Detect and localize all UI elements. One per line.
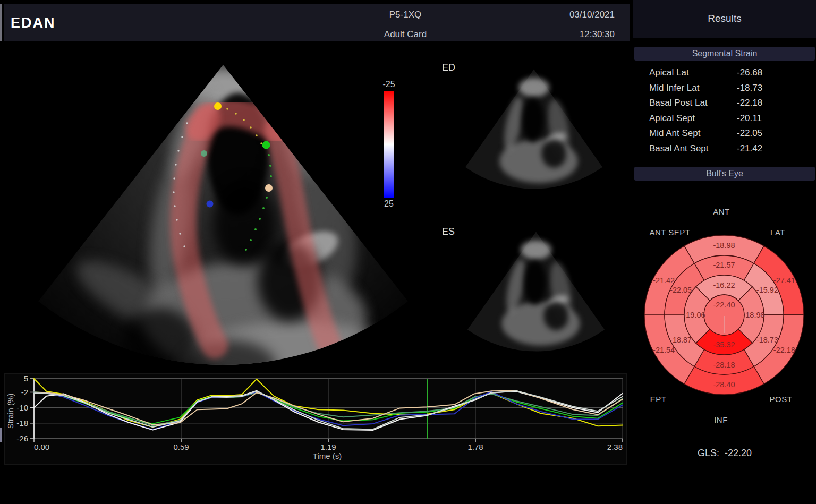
tracking-point-seagreen[interactable] <box>201 150 207 157</box>
colorbar-min-label: 25 <box>372 199 406 209</box>
strain-table-row: Basal Post Lat-22.18 <box>633 96 816 111</box>
exam-date: 03/10/2021 <box>508 10 615 20</box>
strain-table-row: Mid Infer Lat-18.73 <box>633 81 816 96</box>
bullseye-segment-value: -18.87 <box>670 336 692 344</box>
strain-table-row: Apical Lat-26.68 <box>633 65 816 81</box>
gls-result: GLS:-22.20 <box>633 448 816 459</box>
bullseye-segment-value: -18.73 <box>756 336 778 344</box>
bullseye-segment-value: -28.40 <box>713 380 735 389</box>
bulls-eye-header: Bull's Eye <box>634 167 815 181</box>
ed-frame-label: ED <box>442 62 455 73</box>
ed-thumbnail[interactable] <box>462 59 606 199</box>
chart-y-tick-label: -26 <box>16 434 28 443</box>
strain-colorbar <box>384 91 394 198</box>
bullseye-segment-value: -35.32 <box>713 340 735 349</box>
colorbar-max-label: -25 <box>372 80 406 89</box>
chart-y-tick-label: -10 <box>16 403 28 412</box>
chart-x-tick-label: 0.00 <box>34 442 49 451</box>
bullseye-segment-value: -16.22 <box>713 281 735 289</box>
probe-label: P5-1XQ <box>302 10 509 20</box>
bullseye-segment-value: -21.42 <box>653 276 675 285</box>
exam-time: 12:30:30 <box>508 29 615 40</box>
strain-segment-label: Basal Post Lat <box>649 98 708 108</box>
chart-y-tick-label: 5 <box>24 374 28 383</box>
segmental-strain-table: Apical Lat-26.68Mid Infer Lat-18.73Basal… <box>633 65 816 156</box>
chart-y-tick-label: -2 <box>21 388 28 397</box>
top-bar: EDAN P5-1XQ Adult Card 03/10/2021 12:30:… <box>4 4 630 41</box>
strain-segment-label: Apical Sept <box>649 113 695 124</box>
bullseye-segment-value: -22.18 <box>774 346 795 354</box>
strain-segment-value: -21.42 <box>737 143 762 154</box>
results-title: Results <box>633 13 816 24</box>
edan-logo: EDAN <box>11 15 56 31</box>
segmental-strain-header: Segmental Strain <box>634 47 815 61</box>
screen: EDAN P5-1XQ Adult Card 03/10/2021 12:30:… <box>0 0 816 504</box>
chart-x-axis-label: Time (s) <box>313 451 342 460</box>
tracking-point-blue[interactable] <box>207 201 214 208</box>
bullseye-segment-value: -21.57 <box>713 261 735 269</box>
strain-segment-label: Mid Ant Sept <box>649 128 700 139</box>
bullseye-segment-value: -22.05 <box>670 286 692 294</box>
strain-segment-label: Mid Infer Lat <box>649 83 700 93</box>
region-label-inf: INF <box>692 415 750 424</box>
chart-x-tick-label: 0.59 <box>173 442 189 451</box>
scrollbar-fragment <box>0 428 2 442</box>
strain-table-row: Basal Ant Sept-21.42 <box>633 141 816 157</box>
bullseye-segment-value: -28.18 <box>713 361 735 369</box>
gls-value: -22.20 <box>725 448 752 458</box>
chart-y-tick-label: -18 <box>16 418 28 428</box>
bullseye-apex-value: -22.40 <box>713 301 735 309</box>
es-frame-label: ES <box>442 226 455 237</box>
chart-x-tick-label: 1.19 <box>320 442 336 451</box>
bullseye-segment-value: -19.06 <box>683 311 705 319</box>
chart-x-tick-label: 1.78 <box>468 442 483 451</box>
bullseye-segment-value: -15.92 <box>756 286 778 294</box>
bulls-eye-diagram: -18.98-27.41-22.18-28.40-21.54-21.42-21.… <box>639 230 809 400</box>
region-label-ant: ANT <box>692 207 751 216</box>
bullseye-segment-value: -21.54 <box>653 346 675 354</box>
bullseye-segment-value: -18.98 <box>713 241 735 250</box>
exam-type-label: Adult Card <box>302 29 509 40</box>
gls-label: GLS: <box>698 448 719 458</box>
strain-time-chart: 0.000.591.191.782.385-2-10-18-26Strain (… <box>4 373 627 465</box>
strain-table-row: Mid Ant Sept-22.05 <box>633 126 816 141</box>
tracking-point-yellow[interactable] <box>214 102 222 110</box>
bullseye-segment-value: -18.98 <box>743 311 764 319</box>
strain-segment-value: -20.11 <box>737 113 762 124</box>
strain-table-row: Apical Sept-20.11 <box>633 111 816 126</box>
es-thumbnail[interactable] <box>464 222 608 361</box>
tracking-point-green[interactable] <box>262 141 270 149</box>
strain-segment-value: -22.05 <box>737 128 762 139</box>
bullseye-segment-value: -27.41 <box>774 276 795 285</box>
results-panel-header: Results <box>633 0 816 38</box>
strain-segment-value: -18.73 <box>737 83 762 93</box>
strain-segment-value: -26.68 <box>737 67 762 78</box>
strain-segment-label: Apical Lat <box>649 67 689 78</box>
strain-segment-label: Basal Ant Sept <box>649 143 709 154</box>
screen-left-edge <box>0 4 2 41</box>
strain-segment-value: -22.18 <box>737 98 762 108</box>
chart-x-tick-label: 2.38 <box>607 442 623 451</box>
tracking-point-wheat[interactable] <box>265 184 273 192</box>
chart-y-axis-label: Strain (%) <box>6 394 15 429</box>
